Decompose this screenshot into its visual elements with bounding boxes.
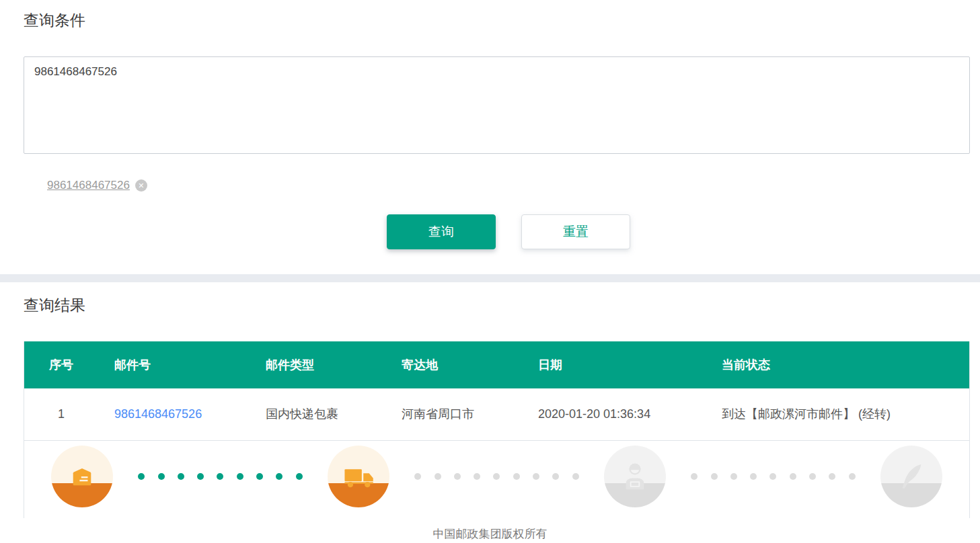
tracker-dot [711, 473, 718, 480]
header-date: 日期 [515, 341, 700, 388]
header-seq: 序号 [24, 341, 98, 388]
tracker-dot [197, 473, 204, 480]
stage-signed [880, 446, 942, 507]
tracker-dot [474, 473, 480, 480]
tracker-dot [138, 473, 145, 480]
tracker-dot [790, 473, 796, 480]
tracker-dot [493, 473, 500, 480]
stage-accepted [51, 446, 113, 507]
tracker-dot [730, 473, 737, 480]
tracker-dot [237, 473, 243, 480]
tracker-dot [256, 473, 263, 480]
tracker-dots-segment [666, 473, 880, 480]
cell-status: 到达【邮政漯河市邮件】 (经转) [700, 388, 969, 440]
table-header-row: 序号 邮件号 邮件类型 寄达地 日期 当前状态 [24, 341, 969, 388]
tracker-dot [552, 473, 559, 480]
tracker-dot [572, 473, 579, 480]
tracker-dot [296, 473, 303, 480]
tracker-dot [414, 473, 421, 480]
section-divider [0, 274, 980, 282]
header-status: 当前状态 [700, 341, 969, 388]
tracker-dot [276, 473, 282, 480]
tracking-number-chip: 9861468467526 ✕ [47, 177, 980, 194]
tracker-dots-segment [389, 473, 604, 480]
search-button[interactable]: 查询 [387, 214, 496, 249]
query-actions: 查询 重置 [0, 214, 980, 249]
cell-dest: 河南省周口市 [391, 388, 515, 440]
cell-mail-no: 9861468467526 [98, 388, 256, 440]
tracker-dot [178, 473, 184, 480]
stage-delivering [604, 446, 666, 507]
results-table-container: 序号 邮件号 邮件类型 寄达地 日期 当前状态 1 9861468467526 … [24, 341, 970, 518]
tracker-dot [809, 473, 816, 480]
tracker-dot [533, 473, 539, 480]
stage-in-transit [328, 446, 389, 507]
results-table: 序号 邮件号 邮件类型 寄达地 日期 当前状态 1 9861468467526 … [24, 341, 969, 441]
tracking-number-chip-link[interactable]: 9861468467526 [47, 179, 130, 192]
tracker-dot [849, 473, 856, 480]
copyright-text: 中国邮政集团版权所有 [0, 526, 980, 542]
tracker-dot [750, 473, 757, 480]
cell-date: 2020-01-20 01:36:34 [515, 388, 700, 440]
reset-button[interactable]: 重置 [521, 214, 630, 249]
tracker-dot [435, 473, 441, 480]
header-type: 邮件类型 [256, 341, 391, 388]
cell-seq: 1 [24, 388, 98, 440]
tracker-dots-segment [113, 473, 328, 480]
shipment-progress-tracker [24, 441, 969, 518]
tracking-number-input[interactable]: 9861468467526 [24, 56, 970, 154]
tracker-dot [454, 473, 461, 480]
close-icon[interactable]: ✕ [135, 179, 147, 192]
tracker-dot [691, 473, 698, 480]
truck-icon [339, 457, 378, 496]
tracker-dot [217, 473, 223, 480]
query-conditions-title: 查询条件 [24, 9, 980, 31]
table-row: 1 9861468467526 国内快递包裹 河南省周口市 2020-01-20… [24, 388, 969, 440]
query-results-title: 查询结果 [24, 294, 980, 316]
mail-number-link[interactable]: 9861468467526 [114, 407, 202, 421]
header-dest: 寄达地 [391, 341, 515, 388]
tracker-dot [158, 473, 165, 480]
cell-type: 国内快递包裹 [256, 388, 391, 440]
tracker-dot [769, 473, 776, 480]
package-icon [63, 457, 102, 496]
courier-icon [615, 457, 654, 496]
tracker-dot [513, 473, 520, 480]
tracker-dot [829, 473, 835, 480]
header-mail-no: 邮件号 [98, 341, 256, 388]
signature-quill-icon [892, 457, 931, 496]
